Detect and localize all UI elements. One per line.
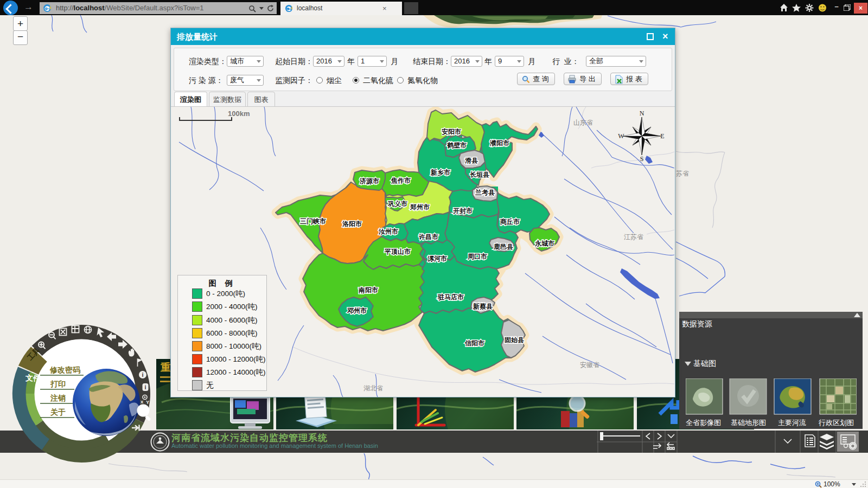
- svg-text:漯河市: 漯河市: [427, 255, 447, 262]
- svg-text:修改密码: 修改密码: [49, 365, 81, 374]
- svg-text:南阳市: 南阳市: [358, 286, 378, 294]
- svg-text:商丘市: 商丘市: [500, 218, 520, 226]
- svg-text:江苏省: 江苏省: [624, 233, 643, 241]
- svg-text:许昌市: 许昌市: [418, 233, 438, 241]
- svg-text:Y: Y: [146, 399, 150, 405]
- svg-text:济源市: 济源市: [359, 177, 379, 185]
- svg-text:焦作市: 焦作市: [391, 177, 411, 184]
- svg-text:巩义市: 巩义市: [387, 200, 407, 208]
- svg-text:鹤壁市: 鹤壁市: [446, 142, 467, 149]
- svg-text:汝州市: 汝州市: [378, 228, 398, 235]
- svg-text:苏省: 苏省: [676, 170, 689, 177]
- svg-text:三门峡市: 三门峡市: [300, 217, 326, 225]
- svg-text:滑县: 滑县: [465, 157, 478, 164]
- svg-text:安阳市: 安阳市: [442, 128, 461, 136]
- svg-text:开封市: 开封市: [452, 207, 473, 215]
- svg-text:i: i: [142, 371, 143, 378]
- svg-text:打印: 打印: [50, 380, 66, 388]
- svg-text:100km: 100km: [228, 110, 250, 118]
- svg-text:永城市: 永城市: [534, 240, 554, 247]
- svg-text:洛阳市: 洛阳市: [342, 220, 362, 228]
- svg-text:信阳市: 信阳市: [464, 339, 484, 347]
- svg-text:郑州市: 郑州市: [410, 203, 430, 211]
- svg-text:新乡市: 新乡市: [430, 169, 450, 176]
- svg-text:固始县: 固始县: [505, 336, 524, 344]
- svg-text:兰考县: 兰考县: [475, 189, 495, 196]
- svg-text:邓州市: 邓州市: [347, 307, 367, 314]
- svg-text:濮阳市: 濮阳市: [489, 139, 509, 147]
- svg-text:驻马店市: 驻马店市: [437, 293, 464, 301]
- svg-text:鹿邑县: 鹿邑县: [493, 243, 513, 251]
- svg-text:安徽省: 安徽省: [580, 361, 599, 369]
- svg-text:平顶山市: 平顶山市: [384, 248, 411, 255]
- svg-text:长垣县: 长垣县: [470, 171, 489, 178]
- svg-text:E: E: [660, 132, 664, 140]
- svg-text:新蔡县: 新蔡县: [473, 303, 493, 310]
- svg-text:山东省: 山东省: [573, 119, 593, 126]
- svg-text:i: i: [144, 384, 146, 390]
- svg-text:x: x: [141, 399, 144, 404]
- svg-text:N: N: [640, 110, 644, 117]
- svg-text:湖北省: 湖北省: [363, 384, 383, 392]
- svg-text:文件: 文件: [25, 374, 41, 382]
- svg-text:注销: 注销: [50, 394, 66, 402]
- svg-text:周口市: 周口市: [467, 253, 487, 260]
- svg-text:S: S: [640, 155, 644, 163]
- svg-text:关于: 关于: [50, 408, 66, 416]
